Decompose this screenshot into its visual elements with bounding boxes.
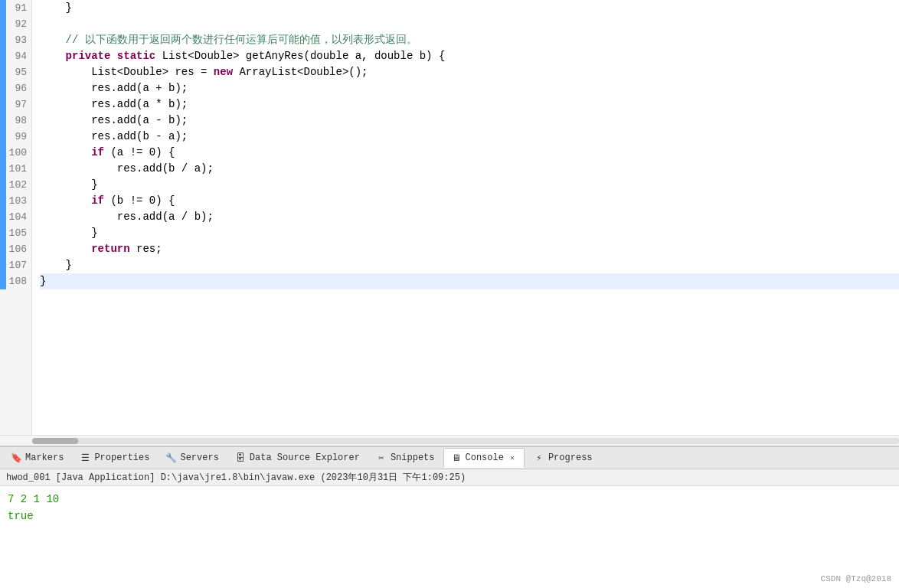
tab-properties[interactable]: ☰Properties [72, 448, 156, 468]
gutter-mark [0, 16, 6, 32]
tab-label-progress: Progress [548, 452, 593, 463]
console-body: 7 2 1 10 true [0, 486, 899, 588]
gutter-row: 108 [0, 273, 31, 289]
code-line: res.add(a / b); [40, 209, 899, 225]
tab-markers[interactable]: 🔖Markers [3, 448, 70, 468]
panel-content: hwod_001 [Java Application] D:\java\jre1… [0, 469, 899, 588]
scrollbar-track[interactable] [32, 438, 899, 444]
gutter-row: 105 [0, 225, 31, 241]
gutter-mark [0, 225, 6, 241]
line-number: 98 [6, 113, 31, 129]
gutter-mark [0, 80, 6, 96]
line-number: 102 [6, 177, 31, 193]
line-numbers: 9192939495969798991001011021031041051061… [0, 0, 31, 289]
gutter-mark [0, 48, 6, 64]
code-line: res.add(a + b); [40, 80, 899, 96]
code-line: return res; [40, 241, 899, 257]
gutter-row: 106 [0, 241, 31, 257]
gutter-row: 101 [0, 161, 31, 177]
line-number: 94 [6, 48, 31, 64]
line-number: 96 [6, 80, 31, 96]
tab-close-console[interactable]: ✕ [507, 452, 518, 463]
gutter-mark [0, 64, 6, 80]
gutter-mark [0, 161, 6, 177]
code-line: res.add(a * b); [40, 96, 899, 113]
tab-servers[interactable]: 🔧Servers [158, 448, 225, 468]
tab-label-datasource: Data Source Explorer [250, 452, 360, 463]
datasource-icon: 🗄 [234, 452, 247, 464]
code-line: } [40, 177, 899, 193]
gutter-row: 103 [0, 193, 31, 209]
ide-container: 9192939495969798991001011021031041051061… [0, 0, 899, 588]
gutter-mark [0, 273, 6, 289]
markers-icon: 🔖 [10, 452, 22, 464]
code-line: res.add(b - a); [40, 129, 899, 145]
gutter-row: 98 [0, 113, 31, 129]
line-number: 97 [6, 96, 31, 113]
gutter-mark [0, 257, 6, 273]
line-number: 103 [6, 193, 31, 209]
line-number: 92 [6, 16, 31, 32]
gutter-mark [0, 193, 6, 209]
gutter-row: 104 [0, 209, 31, 225]
tab-console[interactable]: 🖥Console✕ [443, 448, 525, 468]
tab-datasource[interactable]: 🗄Data Source Explorer [227, 448, 367, 468]
code-line: } [40, 257, 899, 273]
line-gutter: 9192939495969798991001011021031041051061… [0, 0, 32, 435]
gutter-row: 93 [0, 32, 31, 48]
panel-tabs: 🔖Markers☰Properties🔧Servers🗄Data Source … [0, 446, 899, 469]
code-line [40, 16, 899, 32]
code-line: // 以下函数用于返回两个数进行任何运算后可能的值，以列表形式返回。 [40, 32, 899, 48]
code-line: } [40, 273, 899, 289]
line-number: 104 [6, 209, 31, 225]
tab-label-properties: Properties [94, 452, 149, 463]
code-line: private static List<Double> getAnyRes(do… [40, 48, 899, 64]
line-number: 108 [6, 273, 31, 289]
code-editor: 9192939495969798991001011021031041051061… [0, 0, 899, 446]
tab-label-servers: Servers [180, 452, 218, 463]
scrollbar-thumb[interactable] [32, 438, 78, 444]
gutter-mark [0, 113, 6, 129]
line-number: 107 [6, 257, 31, 273]
console-icon: 🖥 [450, 452, 463, 464]
line-number: 99 [6, 129, 31, 145]
gutter-row: 96 [0, 80, 31, 96]
tab-snippets[interactable]: ✂Snippets [368, 448, 442, 468]
gutter-row: 102 [0, 177, 31, 193]
code-line: List<Double> res = new ArrayList<Double>… [40, 64, 899, 80]
line-number: 106 [6, 241, 31, 257]
watermark: CSDN @Tzq@2018 [821, 574, 891, 583]
line-number: 91 [6, 0, 31, 16]
code-lines[interactable]: } // 以下函数用于返回两个数进行任何运算后可能的值，以列表形式返回。 pri… [32, 0, 899, 435]
tab-label-snippets: Snippets [391, 452, 435, 463]
line-number: 95 [6, 64, 31, 80]
line-number: 105 [6, 225, 31, 241]
code-area: 9192939495969798991001011021031041051061… [0, 0, 899, 435]
tab-label-markers: Markers [25, 452, 64, 463]
gutter-row: 91 [0, 0, 31, 16]
gutter-row: 95 [0, 64, 31, 80]
properties-icon: ☰ [79, 452, 91, 464]
code-line: if (b != 0) { [40, 193, 899, 209]
horizontal-scrollbar[interactable] [0, 435, 899, 446]
servers-icon: 🔧 [165, 452, 177, 464]
code-line: res.add(b / a); [40, 161, 899, 177]
gutter-mark [0, 96, 6, 113]
gutter-row: 99 [0, 129, 31, 145]
gutter-row: 107 [0, 257, 31, 273]
gutter-mark [0, 0, 6, 16]
console-output-line2: true [8, 508, 891, 524]
code-line: res.add(a - b); [40, 113, 899, 129]
code-line: } [40, 0, 899, 16]
line-number: 93 [6, 32, 31, 48]
code-line: } [40, 225, 899, 241]
snippets-icon: ✂ [375, 452, 387, 464]
gutter-mark [0, 145, 6, 161]
gutter-row: 92 [0, 16, 31, 32]
gutter-mark [0, 209, 6, 225]
progress-icon: ⚡ [533, 452, 545, 464]
tab-label-console: Console [466, 452, 504, 463]
gutter-mark [0, 32, 6, 48]
tab-progress[interactable]: ⚡Progress [526, 448, 600, 468]
gutter-mark [0, 177, 6, 193]
